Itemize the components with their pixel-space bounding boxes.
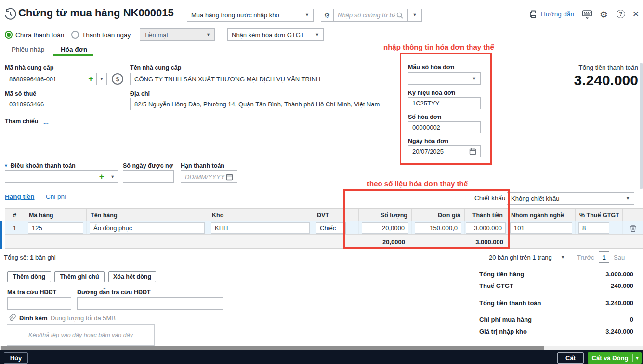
delete-all-rows-button[interactable]: Xóa hết dòng bbox=[108, 271, 156, 282]
lookup-url-input[interactable] bbox=[81, 300, 219, 307]
debt-days-input[interactable] bbox=[127, 173, 170, 181]
invoice-number-label: Số hóa đơn bbox=[408, 114, 441, 120]
supplier-code-field[interactable]: + ▼ bbox=[5, 73, 107, 85]
invoice-series-input[interactable] bbox=[412, 100, 476, 107]
lookup-url-field[interactable] bbox=[77, 297, 223, 310]
search-input[interactable] bbox=[338, 12, 395, 19]
cell-industry-group[interactable]: 101 bbox=[510, 222, 572, 234]
add-supplier-icon[interactable]: + bbox=[88, 75, 93, 83]
guide-flow-icon[interactable] bbox=[529, 10, 539, 19]
payment-method-dropdown[interactable]: Tiền mặt ▼ bbox=[140, 28, 215, 41]
tax-code-field[interactable] bbox=[5, 98, 125, 110]
supplier-name-input[interactable] bbox=[134, 76, 389, 83]
vertical-scrollbar-thumb[interactable] bbox=[640, 63, 643, 189]
search-options-dropdown[interactable]: ▼ bbox=[407, 9, 422, 22]
delete-row-trash-icon[interactable] bbox=[630, 224, 637, 232]
invoice-number-field[interactable] bbox=[408, 121, 481, 133]
add-note-button[interactable]: Thêm ghi chú bbox=[54, 271, 105, 282]
supplier-name-field[interactable] bbox=[130, 73, 393, 85]
pagination-page-box[interactable]: 1 bbox=[599, 251, 609, 263]
invoice-number-input[interactable] bbox=[412, 124, 476, 131]
grand-total-value: 3.240.000 bbox=[537, 299, 633, 307]
due-date-field[interactable] bbox=[181, 170, 237, 183]
invoice-option-dropdown[interactable]: Nhận kèm hóa đơn GTGT ▼ bbox=[227, 28, 324, 41]
add-terms-icon[interactable]: + bbox=[99, 172, 105, 181]
col-actions bbox=[623, 209, 643, 221]
cell-quantity[interactable]: 20,0000 bbox=[362, 222, 408, 234]
cell-amount[interactable]: 3.000.000 bbox=[466, 222, 506, 234]
keyboard-shortcut-icon[interactable] bbox=[582, 10, 592, 19]
horizontal-scrollbar-track[interactable] bbox=[0, 346, 643, 350]
help-guide-link[interactable]: Hướng dẫn bbox=[541, 11, 574, 18]
cell-item-code[interactable]: 125 bbox=[28, 222, 83, 234]
cancel-button[interactable]: Hủy bbox=[4, 352, 28, 364]
invoice-option-value: Nhận kèm hóa đơn GTGT bbox=[232, 31, 304, 39]
currency-dollar-icon[interactable]: $ bbox=[112, 73, 123, 85]
tax-code-input[interactable] bbox=[9, 101, 121, 108]
invoice-template-label: Mẫu số hóa đơn bbox=[408, 64, 454, 71]
discount-dropdown[interactable]: Không chiết khấu ▼ bbox=[507, 192, 634, 205]
cell-item-name[interactable]: Áo đồng phục bbox=[90, 222, 205, 234]
invoice-date-input[interactable] bbox=[412, 148, 469, 155]
debt-days-label: Số ngày được nợ bbox=[123, 162, 173, 169]
invoice-series-field[interactable] bbox=[408, 97, 481, 109]
tab-costs[interactable]: Chi phí bbox=[46, 193, 66, 200]
col-unit-price: Đơn giá bbox=[412, 209, 465, 221]
row-selection-indicator bbox=[0, 221, 2, 249]
payment-terms-input[interactable] bbox=[9, 173, 99, 181]
chevron-down-icon: ▼ bbox=[626, 196, 630, 201]
close-icon[interactable]: ✕ bbox=[632, 9, 639, 19]
radio-pay-now[interactable] bbox=[71, 31, 79, 39]
lookup-code-input[interactable] bbox=[12, 300, 67, 307]
calendar-icon[interactable] bbox=[469, 148, 476, 155]
reference-more-link[interactable]: ... bbox=[43, 118, 49, 125]
settings-gear-icon[interactable]: ⚙ bbox=[600, 9, 608, 20]
annotation-invoice-info: nhập thông tin hóa đơn thay thế bbox=[383, 43, 494, 51]
doc-type-dropdown[interactable]: Mua hàng trong nước nhập kho ▼ bbox=[187, 9, 314, 22]
save-button[interactable]: Cất bbox=[557, 352, 584, 364]
help-question-icon[interactable]: ? bbox=[617, 10, 625, 18]
history-icon[interactable] bbox=[4, 8, 16, 21]
pagination-next[interactable]: Sau bbox=[614, 254, 625, 261]
discount-label: Chiết khấu bbox=[474, 195, 506, 202]
address-field[interactable] bbox=[130, 98, 393, 110]
search-box[interactable] bbox=[333, 9, 407, 22]
supplier-code-dropdown[interactable]: ▼ bbox=[96, 73, 106, 85]
tab-invoice[interactable]: Hóa đơn bbox=[61, 46, 87, 53]
payment-terms-dropdown[interactable]: ▼ bbox=[107, 171, 118, 182]
due-date-input[interactable] bbox=[185, 173, 226, 181]
search-settings-button[interactable]: ⚙ bbox=[321, 9, 333, 22]
add-row-button[interactable]: Thêm dòng bbox=[7, 271, 51, 282]
table-row[interactable]: 1 125 Áo đồng phục KHH Chiếc 20,0000 150… bbox=[5, 221, 643, 234]
cell-warehouse[interactable]: KHH bbox=[211, 222, 310, 234]
supplier-code-input[interactable] bbox=[9, 76, 88, 83]
radio-unpaid[interactable] bbox=[5, 31, 13, 39]
collapse-caret-icon[interactable]: ▼ bbox=[4, 163, 8, 168]
record-count-value: 1 bbox=[30, 254, 33, 261]
save-and-close-button[interactable]: Cất và Đóng ▼ bbox=[588, 352, 642, 364]
cell-unit[interactable]: Chiếc bbox=[316, 222, 346, 234]
attachment-dropzone[interactable]: Kéo/thả tệp vào đây hoặc bấm vào đây bbox=[7, 324, 155, 346]
radio-pay-now-label[interactable]: Thanh toán ngay bbox=[82, 31, 131, 39]
chevron-down-icon[interactable]: ▼ bbox=[633, 356, 642, 361]
invoice-date-field[interactable] bbox=[408, 145, 481, 157]
invoice-series-label: Ký hiệu hóa đơn bbox=[408, 90, 455, 96]
payment-terms-field[interactable]: + ▼ bbox=[5, 170, 118, 183]
cell-vat-rate[interactable]: 8 bbox=[578, 222, 609, 234]
tab-receipt[interactable]: Phiếu nhập bbox=[12, 46, 44, 53]
address-input[interactable] bbox=[134, 101, 389, 108]
col-warehouse: Kho bbox=[208, 209, 313, 221]
horizontal-scrollbar-thumb[interactable] bbox=[1, 346, 544, 350]
debt-days-field[interactable] bbox=[123, 170, 174, 183]
lookup-code-field[interactable] bbox=[7, 297, 71, 310]
invoice-template-dropdown[interactable]: ▼ bbox=[408, 72, 481, 85]
page-size-dropdown[interactable]: 20 bản ghi trên 1 trang ▼ bbox=[485, 251, 569, 263]
calendar-icon[interactable] bbox=[226, 173, 233, 181]
cell-unit-price[interactable]: 150.000,0 bbox=[415, 222, 461, 234]
reference-label: Tham chiếu bbox=[5, 118, 38, 125]
radio-unpaid-label[interactable]: Chưa thanh toán bbox=[15, 31, 64, 39]
col-index: # bbox=[5, 209, 25, 221]
table-header-row: # Mã hàng Tên hàng Kho ĐVT Số lượng Đơn … bbox=[5, 208, 643, 221]
pagination-prev[interactable]: Trước bbox=[577, 254, 594, 261]
tab-goods-amount[interactable]: Hàng tiền bbox=[5, 193, 35, 200]
